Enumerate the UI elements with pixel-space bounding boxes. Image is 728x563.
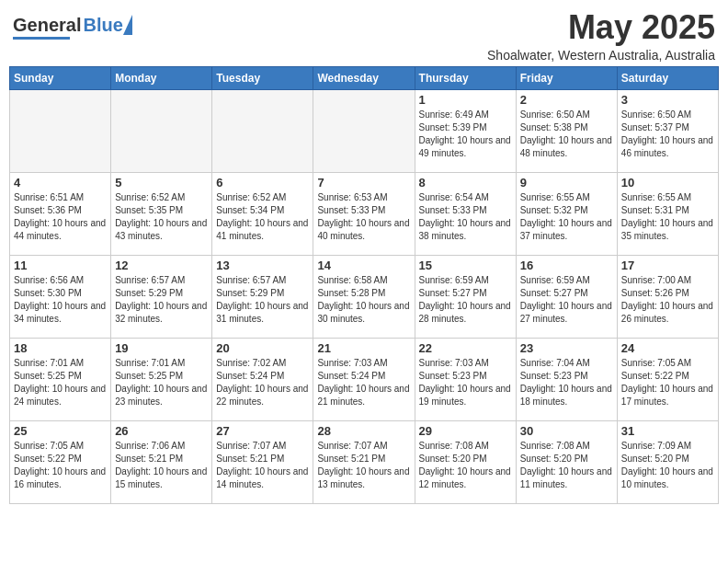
calendar-week-row: 1Sunrise: 6:49 AMSunset: 5:39 PMDaylight…	[10, 89, 719, 172]
day-info: Sunrise: 6:52 AMSunset: 5:34 PMDaylight:…	[216, 191, 309, 243]
weekday-header: Saturday	[617, 66, 718, 89]
calendar-cell: 18Sunrise: 7:01 AMSunset: 5:25 PMDayligh…	[10, 338, 111, 420]
logo-blue: Blue	[83, 15, 122, 35]
calendar-cell: 20Sunrise: 7:02 AMSunset: 5:24 PMDayligh…	[212, 338, 313, 420]
day-info: Sunrise: 7:05 AMSunset: 5:22 PMDaylight:…	[621, 357, 714, 408]
day-number: 20	[216, 341, 309, 355]
day-info: Sunrise: 7:08 AMSunset: 5:20 PMDaylight:…	[520, 440, 613, 491]
day-number: 31	[621, 424, 714, 438]
calendar-table: SundayMondayTuesdayWednesdayThursdayFrid…	[9, 66, 719, 504]
calendar-cell: 12Sunrise: 6:57 AMSunset: 5:29 PMDayligh…	[111, 255, 212, 338]
day-info: Sunrise: 6:59 AMSunset: 5:27 PMDaylight:…	[520, 274, 613, 326]
day-number: 15	[419, 259, 512, 272]
day-number: 12	[115, 259, 208, 272]
day-number: 2	[520, 93, 613, 107]
day-info: Sunrise: 6:57 AMSunset: 5:29 PMDaylight:…	[216, 274, 309, 326]
day-number: 6	[216, 176, 309, 190]
day-info: Sunrise: 7:03 AMSunset: 5:23 PMDaylight:…	[419, 357, 512, 408]
calendar-cell	[313, 89, 415, 172]
calendar-cell: 31Sunrise: 7:09 AMSunset: 5:20 PMDayligh…	[617, 420, 718, 503]
day-info: Sunrise: 6:55 AMSunset: 5:31 PMDaylight:…	[621, 191, 714, 243]
day-info: Sunrise: 7:03 AMSunset: 5:24 PMDaylight:…	[317, 357, 410, 408]
weekday-header: Tuesday	[212, 66, 313, 89]
calendar-cell: 9Sunrise: 6:55 AMSunset: 5:32 PMDaylight…	[516, 172, 617, 255]
calendar-cell: 3Sunrise: 6:50 AMSunset: 5:37 PMDaylight…	[617, 89, 718, 172]
day-info: Sunrise: 6:53 AMSunset: 5:33 PMDaylight:…	[317, 191, 410, 243]
page-header: General Blue May 2025 Shoalwater, Wester…	[9, 9, 719, 63]
day-info: Sunrise: 7:07 AMSunset: 5:21 PMDaylight:…	[317, 440, 410, 491]
day-info: Sunrise: 7:06 AMSunset: 5:21 PMDaylight:…	[115, 440, 208, 491]
calendar-cell: 29Sunrise: 7:08 AMSunset: 5:20 PMDayligh…	[415, 420, 516, 503]
calendar-week-row: 11Sunrise: 6:56 AMSunset: 5:30 PMDayligh…	[10, 255, 719, 338]
day-number: 18	[14, 341, 107, 355]
weekday-header-row: SundayMondayTuesdayWednesdayThursdayFrid…	[10, 66, 719, 89]
calendar-cell: 13Sunrise: 6:57 AMSunset: 5:29 PMDayligh…	[212, 255, 313, 338]
calendar-cell: 1Sunrise: 6:49 AMSunset: 5:39 PMDaylight…	[415, 89, 516, 172]
location-title: Shoalwater, Western Australia, Australia	[487, 48, 715, 63]
day-info: Sunrise: 6:49 AMSunset: 5:39 PMDaylight:…	[419, 109, 512, 160]
day-number: 16	[520, 259, 613, 272]
day-info: Sunrise: 6:51 AMSunset: 5:36 PMDaylight:…	[14, 191, 107, 243]
day-number: 8	[419, 176, 512, 190]
day-number: 5	[115, 176, 208, 190]
day-number: 14	[317, 259, 410, 272]
day-info: Sunrise: 6:50 AMSunset: 5:38 PMDaylight:…	[520, 109, 613, 160]
day-number: 30	[520, 424, 613, 438]
day-info: Sunrise: 7:07 AMSunset: 5:21 PMDaylight:…	[216, 440, 309, 491]
calendar-week-row: 18Sunrise: 7:01 AMSunset: 5:25 PMDayligh…	[10, 338, 719, 420]
weekday-header: Friday	[516, 66, 617, 89]
day-info: Sunrise: 6:56 AMSunset: 5:30 PMDaylight:…	[14, 274, 107, 326]
day-number: 26	[115, 424, 208, 438]
logo-general: General	[13, 15, 81, 36]
day-number: 7	[317, 176, 410, 190]
day-number: 4	[14, 176, 107, 190]
calendar-cell: 24Sunrise: 7:05 AMSunset: 5:22 PMDayligh…	[617, 338, 718, 420]
day-info: Sunrise: 6:50 AMSunset: 5:37 PMDaylight:…	[621, 109, 714, 160]
day-info: Sunrise: 7:05 AMSunset: 5:22 PMDaylight:…	[14, 440, 107, 491]
weekday-header: Wednesday	[313, 66, 415, 89]
day-number: 28	[317, 424, 410, 438]
calendar-cell: 11Sunrise: 6:56 AMSunset: 5:30 PMDayligh…	[10, 255, 111, 338]
day-number: 17	[621, 259, 714, 272]
day-info: Sunrise: 6:55 AMSunset: 5:32 PMDaylight:…	[520, 191, 613, 243]
day-number: 25	[14, 424, 107, 438]
calendar-cell: 19Sunrise: 7:01 AMSunset: 5:25 PMDayligh…	[111, 338, 212, 420]
day-number: 29	[419, 424, 512, 438]
weekday-header: Monday	[111, 66, 212, 89]
title-block: May 2025 Shoalwater, Western Australia, …	[487, 9, 715, 63]
day-info: Sunrise: 6:57 AMSunset: 5:29 PMDaylight:…	[115, 274, 208, 326]
month-title: May 2025	[487, 9, 715, 46]
calendar-week-row: 4Sunrise: 6:51 AMSunset: 5:36 PMDaylight…	[10, 172, 719, 255]
day-info: Sunrise: 7:01 AMSunset: 5:25 PMDaylight:…	[115, 357, 208, 408]
day-number: 1	[419, 93, 512, 107]
calendar-cell: 28Sunrise: 7:07 AMSunset: 5:21 PMDayligh…	[313, 420, 415, 503]
day-number: 11	[14, 259, 107, 272]
day-number: 22	[419, 341, 512, 355]
calendar-cell	[111, 89, 212, 172]
calendar-cell: 17Sunrise: 7:00 AMSunset: 5:26 PMDayligh…	[617, 255, 718, 338]
day-number: 27	[216, 424, 309, 438]
calendar-cell	[10, 89, 111, 172]
calendar-cell: 22Sunrise: 7:03 AMSunset: 5:23 PMDayligh…	[415, 338, 516, 420]
day-info: Sunrise: 7:08 AMSunset: 5:20 PMDaylight:…	[419, 440, 512, 491]
day-number: 19	[115, 341, 208, 355]
day-number: 3	[621, 93, 714, 107]
calendar-cell: 2Sunrise: 6:50 AMSunset: 5:38 PMDaylight…	[516, 89, 617, 172]
day-number: 10	[621, 176, 714, 190]
calendar-cell: 4Sunrise: 6:51 AMSunset: 5:36 PMDaylight…	[10, 172, 111, 255]
weekday-header: Sunday	[10, 66, 111, 89]
day-info: Sunrise: 6:52 AMSunset: 5:35 PMDaylight:…	[115, 191, 208, 243]
calendar-cell: 8Sunrise: 6:54 AMSunset: 5:33 PMDaylight…	[415, 172, 516, 255]
calendar-cell: 6Sunrise: 6:52 AMSunset: 5:34 PMDaylight…	[212, 172, 313, 255]
calendar-cell	[212, 89, 313, 172]
calendar-cell: 16Sunrise: 6:59 AMSunset: 5:27 PMDayligh…	[516, 255, 617, 338]
calendar-cell: 5Sunrise: 6:52 AMSunset: 5:35 PMDaylight…	[111, 172, 212, 255]
weekday-header: Thursday	[415, 66, 516, 89]
logo: General Blue	[13, 15, 123, 40]
day-number: 21	[317, 341, 410, 355]
calendar-cell: 21Sunrise: 7:03 AMSunset: 5:24 PMDayligh…	[313, 338, 415, 420]
calendar-cell: 15Sunrise: 6:59 AMSunset: 5:27 PMDayligh…	[415, 255, 516, 338]
day-info: Sunrise: 7:00 AMSunset: 5:26 PMDaylight:…	[621, 274, 714, 326]
day-info: Sunrise: 6:54 AMSunset: 5:33 PMDaylight:…	[419, 191, 512, 243]
day-number: 9	[520, 176, 613, 190]
